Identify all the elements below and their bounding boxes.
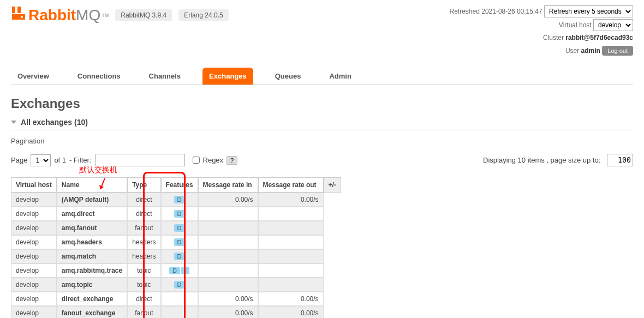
col-header[interactable]: Name	[57, 177, 127, 193]
cell-vhost: develop	[11, 306, 57, 318]
feature-badge: D	[174, 238, 185, 246]
col-header[interactable]: Type	[127, 177, 160, 193]
refreshed-label: Refreshed 2021-08-26 00:15:47	[450, 8, 542, 15]
chevron-down-icon[interactable]	[11, 121, 16, 124]
section-title: All exchanges (10)	[21, 118, 88, 127]
table-row: developdirect_exchangedirect0.00/s0.00/s	[11, 292, 341, 306]
cell-type: topic	[127, 263, 160, 278]
cell-exchange-name[interactable]: (AMQP default)	[57, 193, 127, 207]
tab-queues[interactable]: Queues	[269, 68, 308, 85]
cell-rate-out: 0.00/s	[258, 193, 324, 207]
cell-rate-in: 0.00/s	[198, 193, 258, 207]
cell-features	[161, 306, 198, 318]
cell-rate-out	[258, 235, 324, 249]
table-row: developfanout_exchangefanout0.00/s0.00/s	[11, 306, 341, 318]
cell-rate-in: 0.00/s	[198, 306, 258, 318]
cell-exchange-name[interactable]: amq.headers	[57, 235, 127, 249]
cell-vhost: develop	[11, 193, 57, 207]
cell-rate-out	[258, 207, 324, 221]
tab-overview[interactable]: Overview	[11, 68, 56, 85]
user-label: User	[565, 47, 579, 55]
cell-type: fanout	[127, 221, 160, 235]
filter-input[interactable]	[95, 154, 185, 166]
table-row: developamq.headersheadersD	[11, 235, 341, 249]
regex-label: Regex	[203, 156, 224, 164]
table-row: develop(AMQP default)directD0.00/s0.00/s	[11, 193, 341, 207]
pagination-label: Pagination	[11, 137, 633, 145]
feature-badge: D	[174, 210, 185, 218]
page-size-input[interactable]	[607, 154, 633, 166]
cell-vhost: develop	[11, 235, 57, 249]
tab-exchanges[interactable]: Exchanges	[202, 68, 253, 85]
cell-rate-out	[258, 249, 324, 263]
col-header[interactable]: Features	[161, 177, 198, 193]
page-select[interactable]: 1	[31, 154, 51, 166]
cell-features: D	[161, 278, 198, 292]
logo-text-mq: MQ	[76, 7, 100, 24]
displaying-label: Displaying 10 items , page size up to:	[483, 156, 600, 164]
of-label: of 1	[54, 156, 66, 164]
logo[interactable]: RabbitMQTM	[11, 5, 109, 25]
section-header[interactable]: All exchanges (10)	[11, 118, 633, 130]
tab-channels[interactable]: Channels	[142, 68, 188, 85]
cell-rate-in	[198, 278, 258, 292]
feature-badge: D	[174, 224, 185, 232]
regex-help-button[interactable]: ?	[226, 156, 237, 165]
tab-connections[interactable]: Connections	[71, 68, 127, 85]
logo-tm: TM	[102, 13, 109, 18]
cell-rate-in: 0.00/s	[198, 292, 258, 306]
cell-type: direct	[127, 292, 160, 306]
cell-rate-in	[198, 221, 258, 235]
cell-exchange-name[interactable]: amq.topic	[57, 278, 127, 292]
cell-type: headers	[127, 249, 160, 263]
filter-label: - Filter:	[69, 156, 91, 164]
refresh-interval-select[interactable]: Refresh every 5 seconds	[544, 5, 633, 17]
logo-area: RabbitMQTM RabbitMQ 3.9.4 Erlang 24.0.5	[11, 5, 229, 25]
cell-exchange-name[interactable]: direct_exchange	[57, 292, 127, 306]
cell-exchange-name[interactable]: fanout_exchange	[57, 306, 127, 318]
cell-exchange-name[interactable]: amq.direct	[57, 207, 127, 221]
col-header[interactable]: Message rate out	[258, 177, 324, 193]
annotation-text: 默认交换机	[79, 165, 117, 175]
rabbitmq-logo-icon	[11, 5, 26, 25]
cell-exchange-name[interactable]: amq.match	[57, 249, 127, 263]
cell-vhost: develop	[11, 221, 57, 235]
feature-badge: D	[169, 267, 180, 274]
cell-rate-in	[198, 263, 258, 278]
version-erlang-badge: Erlang 24.0.5	[178, 9, 228, 21]
cell-type: fanout	[127, 306, 160, 318]
cell-rate-in	[198, 249, 258, 263]
cell-exchange-name[interactable]: amq.fanout	[57, 221, 127, 235]
cell-features: D	[161, 193, 198, 207]
cell-type: direct	[127, 207, 160, 221]
tab-admin[interactable]: Admin	[323, 68, 357, 85]
table-row: developamq.fanoutfanoutD	[11, 221, 341, 235]
cell-rate-out	[258, 263, 324, 278]
cell-vhost: develop	[11, 278, 57, 292]
col-header[interactable]: Virtual host	[11, 177, 57, 193]
main-tabs: OverviewConnectionsChannelsExchangesQueu…	[11, 68, 633, 85]
svg-rect-0	[12, 7, 15, 13]
version-rabbitmq-badge: RabbitMQ 3.9.4	[115, 9, 172, 21]
cell-exchange-name[interactable]: amq.rabbitmq.trace	[57, 263, 127, 278]
svg-rect-2	[12, 14, 25, 20]
col-header[interactable]: Message rate in	[198, 177, 258, 193]
columns-toggle-button[interactable]: +/-	[324, 177, 341, 193]
feature-badge: D	[174, 253, 185, 260]
cell-type: direct	[127, 193, 160, 207]
cell-features: D	[161, 249, 198, 263]
cell-rate-out: 0.00/s	[258, 306, 324, 318]
cell-features: D	[161, 235, 198, 249]
feature-badge: D	[174, 196, 185, 203]
cell-vhost: develop	[11, 249, 57, 263]
cell-vhost: develop	[11, 292, 57, 306]
feature-badge: I	[181, 267, 189, 274]
table-row: developamq.directdirectD	[11, 207, 341, 221]
cell-rate-out	[258, 278, 324, 292]
user-name: admin	[581, 47, 600, 55]
logo-text-rabbit: Rabbit	[28, 7, 76, 24]
logout-button[interactable]: Log out	[602, 46, 633, 56]
vhost-select[interactable]: develop	[593, 19, 633, 31]
svg-point-3	[21, 16, 23, 18]
regex-checkbox[interactable]	[193, 157, 200, 164]
